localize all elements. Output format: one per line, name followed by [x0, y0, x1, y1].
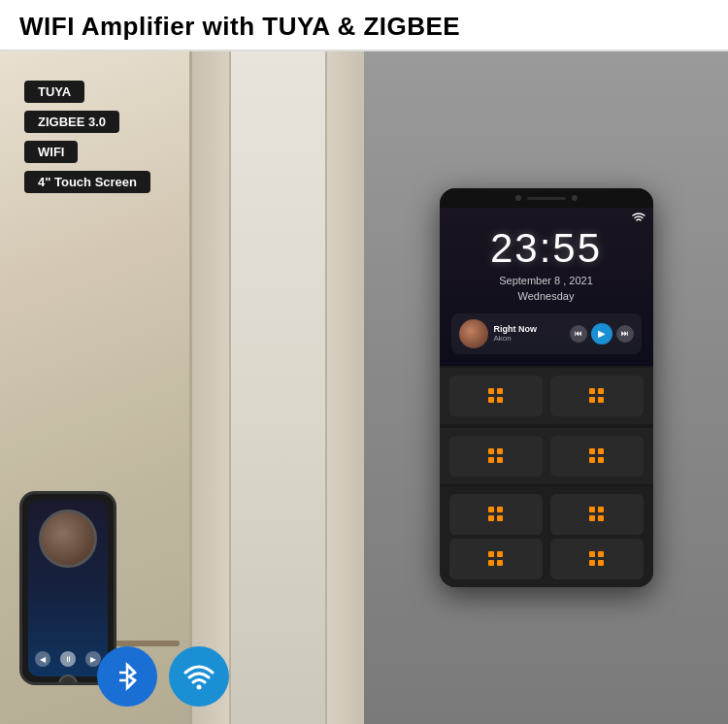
button-section-2 — [440, 428, 653, 484]
right-panel: 23:55 September 8 , 2021 Wednesday Right… — [364, 51, 728, 724]
bottom-button-3[interactable] — [449, 539, 543, 579]
button-row-2 — [449, 436, 644, 477]
wifi-icon — [169, 646, 229, 707]
switch-indicator-6 — [589, 507, 605, 522]
sensor-dot-1 — [515, 195, 521, 201]
phone-controls: ◀ ⏸ ▶ — [28, 651, 108, 667]
ind-dot-26 — [497, 551, 503, 557]
ind-dot-24 — [598, 515, 604, 521]
bottom-button-4[interactable] — [550, 539, 644, 579]
date-line1: September 8 , 2021 — [451, 274, 642, 288]
ind-dot-32 — [598, 560, 604, 566]
device-date: September 8 , 2021 Wednesday — [451, 274, 642, 304]
switch-indicator-1 — [488, 388, 504, 404]
switch-indicator-2 — [589, 388, 605, 404]
ind-dot-9 — [488, 448, 494, 454]
ind-dot-20 — [497, 515, 503, 521]
ind-dot-30 — [598, 551, 604, 557]
sensor-line — [527, 197, 566, 200]
ind-dot-19 — [488, 515, 494, 521]
content-area: TUYA ZIGBEE 3.0 WIFI 4" Touch Screen ◀ ⏸… — [0, 51, 728, 724]
prev-button[interactable]: ⏮ — [570, 325, 587, 343]
left-panel: TUYA ZIGBEE 3.0 WIFI 4" Touch Screen ◀ ⏸… — [0, 51, 364, 724]
ind-dot-25 — [488, 551, 494, 557]
music-title: Right Now — [494, 324, 564, 334]
bottom-button-1[interactable] — [449, 494, 543, 535]
music-artist: Akon — [494, 334, 564, 343]
ind-dot-28 — [497, 560, 503, 566]
play-button[interactable]: ▶ — [591, 323, 612, 345]
next-button[interactable]: ⏭ — [616, 325, 634, 343]
ind-dot-12 — [497, 457, 503, 463]
switch-indicator-7 — [488, 551, 504, 567]
ind-dot-31 — [589, 560, 595, 566]
touch-screen-display[interactable]: 23:55 September 8 , 2021 Wednesday Right… — [440, 208, 653, 366]
feature-zigbee: ZIGBEE 3.0 — [24, 111, 119, 133]
switch-button-4[interactable] — [550, 436, 644, 477]
ind-dot-23 — [589, 515, 595, 521]
header: WIFI Amplifier with TUYA & ZIGBEE — [0, 0, 728, 51]
wifi-status-indicator — [632, 212, 645, 223]
ind-dot-5 — [589, 388, 595, 394]
ind-dot-13 — [589, 448, 595, 454]
phone-play-btn[interactable]: ⏸ — [60, 651, 76, 667]
switch-button-3[interactable] — [449, 436, 543, 477]
device-sensor-bar — [440, 188, 653, 208]
ind-dot-27 — [488, 560, 494, 566]
bottom-button-row-1 — [449, 494, 644, 535]
ind-dot-2 — [497, 388, 503, 394]
switch-button-2[interactable] — [550, 376, 644, 416]
bluetooth-icon — [97, 646, 157, 707]
main-container: WIFI Amplifier with TUYA & ZIGBEE TUYA Z… — [0, 0, 728, 724]
switch-indicator-8 — [589, 551, 605, 567]
ind-dot-21 — [589, 507, 595, 512]
switch-indicator-5 — [488, 507, 504, 522]
button-section-1 — [440, 368, 653, 424]
switch-indicator-4 — [589, 448, 605, 464]
curtain-left — [192, 51, 231, 724]
sensor-dot-2 — [572, 195, 578, 201]
curtain-right — [325, 51, 364, 724]
ind-dot-18 — [497, 507, 503, 512]
page-title: WIFI Amplifier with TUYA & ZIGBEE — [19, 12, 460, 41]
button-section-3 — [440, 486, 653, 587]
ind-dot-22 — [598, 507, 604, 512]
ind-dot-6 — [598, 388, 604, 394]
svg-point-2 — [197, 685, 202, 690]
device-time: 23:55 — [451, 225, 642, 272]
switch-indicator-3 — [488, 448, 504, 464]
ind-dot-29 — [589, 551, 595, 557]
ind-dot-14 — [598, 448, 604, 454]
phone-album-art — [39, 510, 97, 568]
feature-touchscreen: 4" Touch Screen — [24, 171, 150, 193]
date-line2: Wednesday — [451, 289, 642, 304]
connectivity-icons — [97, 646, 229, 707]
switch-button-1[interactable] — [449, 376, 543, 416]
ind-dot-10 — [497, 448, 503, 454]
phone-prev-btn[interactable]: ◀ — [35, 651, 50, 667]
ind-dot-3 — [488, 397, 494, 403]
music-player[interactable]: Right Now Akon ⏮ ▶ ⏭ — [451, 313, 642, 354]
feature-tuya: TUYA — [24, 81, 84, 103]
ind-dot-17 — [488, 507, 494, 512]
button-row-1 — [449, 376, 644, 416]
ind-dot-4 — [497, 397, 503, 403]
album-thumbnail — [459, 319, 488, 348]
music-controls: ⏮ ▶ ⏭ — [570, 323, 634, 345]
ind-dot-8 — [598, 397, 604, 403]
ind-dot-11 — [488, 457, 494, 463]
bottom-button-2[interactable] — [550, 494, 644, 535]
ind-dot-1 — [488, 388, 494, 394]
music-info: Right Now Akon — [494, 324, 564, 343]
feature-labels: TUYA ZIGBEE 3.0 WIFI 4" Touch Screen — [24, 81, 150, 193]
smart-device: 23:55 September 8 , 2021 Wednesday Right… — [440, 188, 653, 587]
bottom-button-row-2 — [449, 539, 644, 579]
ind-dot-16 — [598, 457, 604, 463]
window-area — [189, 51, 364, 724]
phone-screen: ◀ ⏸ ▶ — [28, 500, 108, 676]
ind-dot-15 — [589, 457, 595, 463]
feature-wifi: WIFI — [24, 141, 78, 163]
ind-dot-7 — [589, 397, 595, 403]
